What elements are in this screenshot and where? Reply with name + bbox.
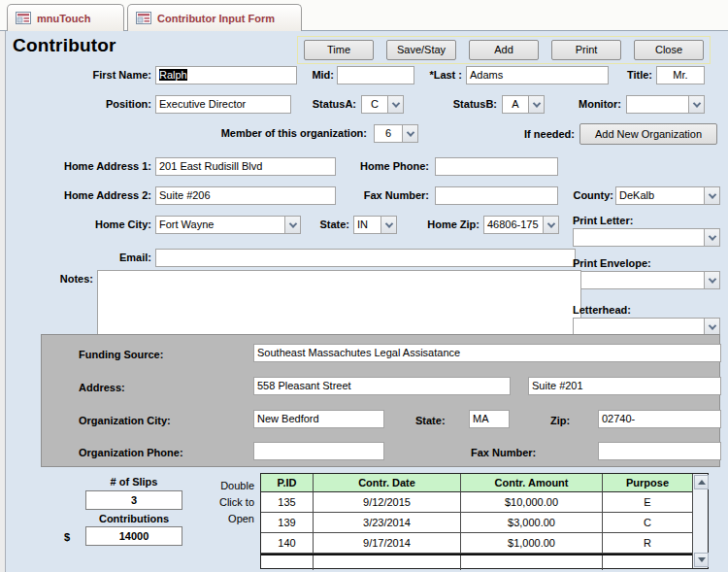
chevron-down-icon: [708, 321, 715, 329]
org-state-field[interactable]: MA: [469, 410, 510, 428]
scroll-down-button[interactable]: [694, 553, 709, 567]
dropdown-button[interactable]: [704, 228, 720, 247]
org-address-1-field[interactable]: 558 Pleasant Street: [253, 377, 511, 395]
print-envelope-value: [573, 271, 704, 289]
hint-line: Click to: [194, 494, 254, 511]
position-label: Position:: [58, 95, 151, 114]
chevron-down-icon: [384, 219, 392, 227]
num-slips-label: # of Slips: [85, 476, 182, 488]
arrow-up-icon: [698, 480, 706, 485]
notes-label: Notes:: [27, 270, 93, 288]
dropdown-button[interactable]: [704, 186, 720, 205]
table-row[interactable]: 140 9/17/2014 $1,000.00 R: [261, 533, 692, 554]
organization-phone-field[interactable]: [253, 442, 384, 460]
home-phone-field[interactable]: [435, 157, 558, 176]
dropdown-button[interactable]: [284, 216, 301, 234]
add-new-organization-button[interactable]: Add New Organization: [579, 123, 717, 145]
close-button[interactable]: Close: [634, 40, 704, 60]
member-org-label: Member of this organization:: [155, 124, 367, 143]
funding-source-label: Funding Source:: [79, 346, 163, 364]
member-org-combo[interactable]: 6: [374, 124, 418, 143]
dropdown-button[interactable]: [387, 95, 404, 114]
home-zip-combo[interactable]: 46806-175: [483, 216, 559, 234]
table-row[interactable]: 135 9/12/2015 $10,000.00 E: [261, 492, 692, 513]
home-address-1-label: Home Address 1:: [29, 157, 151, 176]
member-org-value: 6: [374, 124, 402, 143]
chevron-down-icon: [546, 219, 554, 227]
home-city-combo[interactable]: Fort Wayne: [155, 216, 301, 234]
organization-city-field[interactable]: New Bedford: [253, 410, 384, 428]
dropdown-button[interactable]: [528, 95, 545, 114]
tab-mnutouch[interactable]: mnuTouch: [7, 4, 124, 31]
home-zip-label: Home Zip:: [406, 216, 480, 234]
table-row[interactable]: 139 3/23/2014 $3,000.00 C: [261, 513, 692, 533]
time-button[interactable]: Time: [304, 40, 374, 60]
position-field[interactable]: Executive Director: [155, 95, 291, 114]
dropdown-button[interactable]: [402, 124, 418, 143]
print-envelope-combo[interactable]: [573, 271, 720, 289]
if-needed-label: If needed:: [505, 125, 575, 144]
save-stay-button[interactable]: Save/Stay: [386, 40, 456, 60]
status-a-label: StatusA:: [296, 95, 356, 114]
home-zip-value: 46806-175: [483, 216, 543, 234]
chevron-down-icon: [708, 190, 715, 198]
home-address-2-field[interactable]: Suite #206: [155, 186, 336, 205]
print-letter-value: [573, 228, 704, 247]
hint-line: Open: [194, 511, 254, 527]
state-combo[interactable]: IN: [353, 216, 397, 234]
cell-amount: $10,000.00: [461, 492, 603, 513]
num-slips-field[interactable]: 3: [85, 490, 182, 510]
org-address-2-field[interactable]: Suite #201: [528, 377, 721, 395]
last-name-field[interactable]: Adams: [466, 66, 609, 84]
notes-field[interactable]: [97, 270, 581, 343]
org-fax-field[interactable]: [598, 442, 721, 460]
cell-purpose: E: [603, 492, 692, 513]
print-letter-combo[interactable]: [573, 228, 720, 247]
cell-empty: [261, 555, 314, 570]
home-city-value: Fort Wayne: [155, 216, 284, 234]
monitor-combo[interactable]: [626, 95, 705, 114]
county-combo[interactable]: DeKalb: [615, 186, 720, 205]
dropdown-button[interactable]: [381, 216, 397, 234]
access-window: mnuTouch Contributor Input Form Contribu…: [0, 0, 728, 572]
selected-text: Ralph: [159, 69, 187, 81]
contributions-table[interactable]: P.ID Contr. Date Contr. Amount Purpose 1…: [260, 473, 709, 569]
state-label: State:: [309, 216, 349, 234]
monitor-value: [626, 95, 688, 114]
tab-bar: mnuTouch Contributor Input Form: [0, 0, 728, 31]
status-b-label: StatusB:: [437, 95, 497, 114]
contributions-total-field[interactable]: 14000: [85, 526, 182, 546]
print-button[interactable]: Print: [551, 40, 621, 60]
table-scrollbar[interactable]: [692, 474, 708, 568]
status-a-combo[interactable]: C: [361, 95, 404, 114]
chevron-down-icon: [692, 99, 700, 107]
county-value: DeKalb: [615, 186, 704, 205]
cell-purpose: C: [603, 513, 692, 533]
status-b-combo[interactable]: A: [502, 95, 545, 114]
cell-pid: 135: [261, 492, 314, 513]
mid-field[interactable]: [337, 66, 414, 84]
title-field[interactable]: Mr.: [656, 66, 705, 84]
email-field[interactable]: [155, 249, 576, 267]
cell-empty: [603, 555, 692, 570]
hint-line: Double: [194, 478, 254, 494]
scroll-up-button[interactable]: [694, 475, 709, 489]
home-address-1-field[interactable]: 201 East Rudisill Blvd: [155, 157, 336, 176]
status-a-value: C: [361, 95, 387, 114]
table-row-empty[interactable]: [261, 555, 692, 570]
org-zip-field[interactable]: 02740-: [598, 410, 721, 428]
dropdown-button[interactable]: [688, 95, 705, 114]
form-icon: [136, 12, 151, 24]
dropdown-button[interactable]: [704, 271, 720, 289]
cell-date: 9/12/2015: [314, 492, 461, 513]
funding-source-field[interactable]: Southeast Massachutes Legal Assisatance: [253, 344, 721, 362]
status-b-value: A: [502, 95, 528, 114]
chevron-down-icon: [288, 219, 296, 227]
fax-number-field[interactable]: [435, 186, 558, 205]
org-state-label: State:: [415, 412, 446, 430]
dropdown-button[interactable]: [543, 216, 559, 234]
tab-contributor-input-form[interactable]: Contributor Input Form: [127, 4, 302, 31]
first-name-field[interactable]: Ralph: [155, 66, 297, 84]
organization-panel: Funding Source: Southeast Massachutes Le…: [41, 334, 720, 467]
add-button[interactable]: Add: [469, 40, 539, 60]
